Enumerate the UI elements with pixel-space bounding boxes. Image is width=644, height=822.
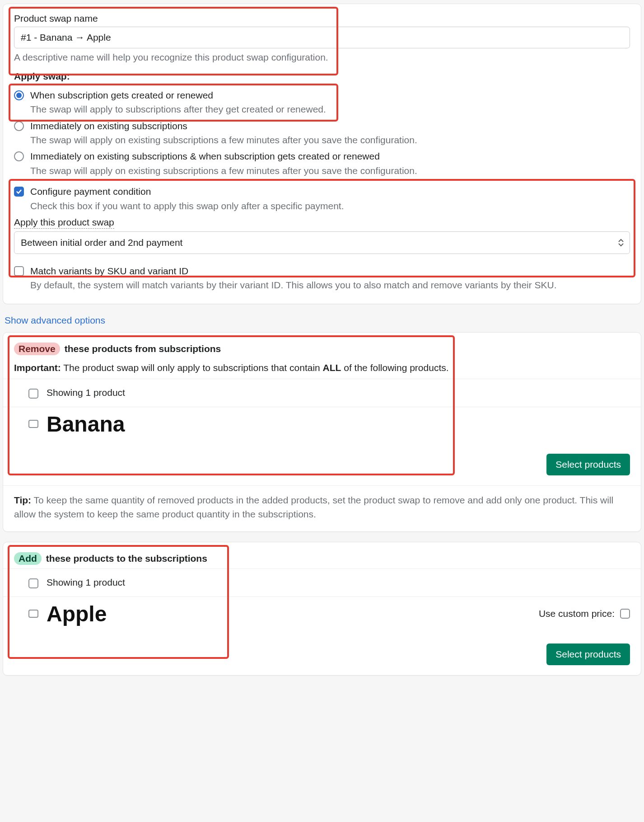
add-product-row: Apple Use custom price: — [3, 597, 641, 636]
select-all-checkbox[interactable] — [28, 389, 38, 399]
important-note: Important: The product swap will only ap… — [3, 359, 641, 379]
add-section-head: Add these products to the subscriptions — [3, 542, 641, 568]
checkbox-icon — [14, 266, 24, 276]
payment-condition-title: Configure payment condition — [30, 185, 630, 198]
remove-products-card: Remove these products from subscriptions… — [3, 332, 641, 532]
row-checkbox[interactable] — [28, 610, 38, 618]
radio-icon — [14, 151, 24, 161]
swap-name-field: Product swap name A descriptive name wil… — [14, 13, 630, 63]
match-variants-row[interactable]: Match variants by SKU and variant ID By … — [14, 262, 630, 293]
apply-option-1-desc: The swap will apply on existing subscrip… — [30, 133, 630, 146]
apply-option-2-desc: The swap will apply on existing subscrip… — [30, 164, 630, 177]
apply-option-2-title: Immediately on existing subscriptions & … — [30, 150, 630, 163]
apply-option-0-desc: The swap will apply to subscriptions aft… — [30, 103, 630, 116]
add-list-header: Showing 1 product — [3, 568, 641, 597]
tip-note: Tip: To keep the same quantity of remove… — [3, 485, 641, 531]
custom-price-label: Use custom price: — [539, 608, 615, 619]
apply-swap-timing-select[interactable]: Between initial order and 2nd payment — [14, 231, 630, 254]
remove-list-header: Showing 1 product — [3, 379, 641, 407]
config-card: Product swap name A descriptive name wil… — [3, 4, 641, 304]
apply-option-2[interactable]: Immediately on existing subscriptions & … — [14, 147, 630, 178]
apply-option-0[interactable]: When subscription gets created or renewe… — [14, 86, 630, 117]
match-variants-desc: By default, the system will match varian… — [30, 278, 630, 291]
remove-section-title: these products from subscriptions — [65, 343, 221, 354]
apply-swap-timing-label: Apply this product swap — [14, 217, 630, 229]
row-checkbox[interactable] — [28, 420, 38, 428]
payment-condition-desc: Check this box if you want to apply this… — [30, 199, 630, 212]
remove-product-row: Banana — [3, 407, 641, 446]
payment-condition-row[interactable]: Configure payment condition Check this b… — [14, 183, 630, 213]
select-remove-products-button[interactable]: Select products — [546, 454, 630, 475]
remove-section-head: Remove these products from subscriptions — [3, 333, 641, 359]
remove-showing-count: Showing 1 product — [47, 387, 125, 398]
checkbox-icon — [14, 187, 24, 197]
add-products-card: Add these products to the subscriptions … — [3, 542, 641, 676]
swap-name-input[interactable] — [14, 27, 630, 48]
select-value: Between initial order and 2nd payment — [14, 231, 630, 254]
radio-icon — [14, 121, 24, 131]
swap-name-help: A descriptive name will help you recogni… — [14, 52, 630, 63]
chevron-updown-icon — [618, 239, 624, 247]
match-variants-title: Match variants by SKU and variant ID — [30, 265, 630, 277]
add-product-name: Apple — [47, 601, 107, 626]
add-showing-count: Showing 1 product — [47, 577, 125, 588]
select-all-checkbox[interactable] — [28, 578, 38, 588]
apply-swap-label: Apply swap: — [14, 71, 630, 82]
apply-option-1-title: Immediately on existing subscriptions — [30, 120, 630, 132]
select-add-products-button[interactable]: Select products — [546, 644, 630, 665]
apply-option-0-title: When subscription gets created or renewe… — [30, 89, 630, 102]
remove-product-name: Banana — [47, 412, 125, 437]
radio-icon — [14, 90, 24, 100]
remove-pill: Remove — [14, 343, 60, 355]
show-advanced-link[interactable]: Show advanced options — [5, 315, 105, 326]
add-pill: Add — [14, 552, 42, 565]
custom-price-checkbox[interactable] — [620, 609, 630, 619]
add-section-title: these products to the subscriptions — [46, 553, 207, 564]
swap-name-label: Product swap name — [14, 13, 630, 24]
custom-price-toggle: Use custom price: — [539, 608, 630, 619]
apply-option-1[interactable]: Immediately on existing subscriptions Th… — [14, 117, 630, 148]
